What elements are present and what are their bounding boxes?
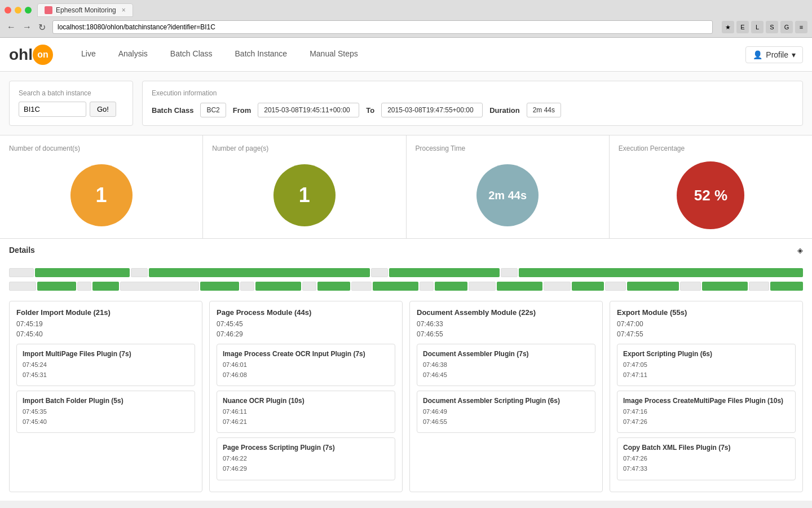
timeline-bar-white [9, 268, 34, 277]
profile-chevron: ▾ [792, 50, 796, 59]
timeline-bar-green [35, 268, 130, 277]
plugin-title-3-0: Export Scripting Plugin (6s) [623, 350, 789, 358]
plugin-title-2-0: Document Assembler Plugin (7s) [423, 350, 589, 358]
details-header: Details ◈ [9, 246, 803, 255]
module-time-0: 07:45:19 07:45:40 [16, 319, 195, 339]
plugin-time-3-2: 07:47:26 07:47:33 [623, 454, 789, 474]
logo: ohl on [9, 45, 53, 65]
timeline-bar-white [371, 268, 388, 277]
url-input[interactable] [52, 20, 713, 34]
details-title: Details [9, 246, 35, 255]
timeline-bar-green [200, 282, 239, 291]
browser-chrome: Ephesoft Monitoring × ← → ↻ ★ E L S G ≡ [0, 0, 812, 38]
module-title-0: Folder Import Module (21s) [16, 308, 195, 317]
plugin-title-1-2: Page Process Scripting Plugin (7s) [223, 444, 389, 452]
timeline-bar-white [120, 282, 199, 291]
module-card-2: Document Assembly Module (22s)07:46:33 0… [409, 301, 603, 492]
metric-pages-title: Number of page(s) [212, 144, 396, 152]
plugin-card-3-0: Export Scripting Plugin (6s)07:47:05 07:… [617, 344, 796, 386]
batch-class-label: Batch Class [152, 106, 193, 115]
metric-processing-circle: 2m 44s [476, 164, 539, 226]
minimize-dot[interactable] [15, 7, 21, 14]
from-value: 2015-03-08T19:45:11+00:00 [258, 103, 359, 117]
ext-button-3[interactable]: S [766, 21, 778, 33]
timeline-bar-green [317, 282, 350, 291]
search-label: Search a batch instance [19, 89, 123, 97]
logo-ohl: ohl [9, 46, 33, 64]
plugin-time-1-2: 07:46:22 07:46:29 [223, 454, 389, 474]
timeline-bar-green [497, 282, 542, 291]
plugin-title-0-0: Import MultiPage Files Plugin (7s) [23, 350, 189, 358]
metric-documents-circle-container: 1 [9, 161, 193, 229]
tab-icon [45, 6, 52, 14]
browser-tab[interactable]: Ephesoft Monitoring × [37, 3, 133, 17]
metric-exec-pct-circle-container: 52 % [619, 161, 803, 229]
menu-button[interactable]: ≡ [795, 21, 807, 33]
timeline-bar-green [770, 282, 803, 291]
details-icon[interactable]: ◈ [797, 246, 803, 255]
nav-batch-instance[interactable]: Batch Instance [224, 38, 299, 72]
timeline-bar-green [389, 268, 500, 277]
nav-live[interactable]: Live [70, 38, 107, 72]
browser-actions: ★ E L S G ≡ [722, 21, 807, 33]
plugin-time-3-0: 07:47:05 07:47:11 [623, 360, 789, 380]
close-dot[interactable] [5, 7, 11, 14]
module-title-1: Page Process Module (44s) [217, 308, 395, 317]
plugin-card-1-0: Image Process Create OCR Input Plugin (7… [217, 344, 395, 386]
duration-value: 2m 44s [527, 103, 561, 117]
maximize-dot[interactable] [25, 7, 32, 14]
timeline-bar-white [420, 282, 434, 291]
plugin-card-1-1: Nuance OCR Plugin (10s)07:46:11 07:46:21 [217, 391, 395, 433]
timeline-container [0, 267, 812, 292]
search-button[interactable]: Go! [90, 102, 116, 117]
plugin-time-2-0: 07:46:38 07:46:45 [423, 360, 589, 380]
nav-manual-steps[interactable]: Manual Steps [298, 38, 369, 72]
timeline-bar-white [351, 282, 372, 291]
nav-refresh-button[interactable]: ↻ [36, 21, 48, 34]
metric-pages-circle: 1 [273, 164, 336, 226]
plugin-title-1-1: Nuance OCR Plugin (10s) [223, 397, 389, 405]
nav-batch-class[interactable]: Batch Class [159, 38, 224, 72]
nav-back-button[interactable]: ← [5, 21, 18, 34]
timeline-row-1 [9, 267, 803, 278]
ext-button-2[interactable]: L [751, 21, 764, 33]
browser-nav: ← → ↻ [5, 21, 48, 34]
timeline-bar-green [519, 268, 803, 277]
logo-on: on [33, 45, 53, 65]
module-card-3: Export Module (55s)07:47:00 07:47:55Expo… [610, 301, 803, 492]
module-time-1: 07:45:45 07:46:29 [217, 319, 395, 339]
plugin-title-1-0: Image Process Create OCR Input Plugin (7… [223, 350, 389, 358]
nav-analysis[interactable]: Analysis [107, 38, 159, 72]
timeline-bar-green [572, 282, 604, 291]
plugin-card-2-1: Document Assembler Scripting Plugin (6s)… [417, 391, 595, 433]
nav-forward-button[interactable]: → [20, 21, 34, 34]
tab-close[interactable]: × [122, 6, 126, 14]
browser-dots [5, 7, 32, 14]
metrics: Number of document(s) 1 Number of page(s… [0, 135, 812, 239]
execution-info: Execution information Batch Class BC2 Fr… [142, 81, 803, 126]
metric-documents-circle: 1 [70, 164, 133, 226]
tab-title: Ephesoft Monitoring [56, 6, 116, 14]
module-card-0: Folder Import Module (21s)07:45:19 07:45… [9, 301, 202, 492]
plugin-title-0-1: Import Batch Folder Plugin (5s) [23, 397, 189, 405]
timeline-bar-white [240, 282, 254, 291]
module-title-2: Document Assembly Module (22s) [417, 308, 595, 317]
profile-icon: 👤 [753, 50, 762, 59]
timeline-bar-white [302, 282, 316, 291]
ext-button-4[interactable]: G [780, 21, 793, 33]
search-input[interactable] [19, 102, 86, 117]
metric-processing-title: Processing Time [416, 144, 600, 152]
ext-button-1[interactable]: E [736, 21, 749, 33]
plugin-title-2-1: Document Assembler Scripting Plugin (6s) [423, 397, 589, 405]
plugin-time-1-0: 07:46:01 07:46:08 [223, 360, 389, 380]
bookmark-button[interactable]: ★ [722, 21, 734, 33]
metric-documents: Number of document(s) 1 [0, 135, 203, 238]
module-title-3: Export Module (55s) [617, 308, 796, 317]
timeline-row-2 [9, 281, 803, 292]
timeline-bar-green [373, 282, 418, 291]
plugin-card-2-0: Document Assembler Plugin (7s)07:46:38 0… [417, 344, 595, 386]
profile-button[interactable]: 👤 Profile ▾ [745, 46, 803, 63]
metric-processing-circle-container: 2m 44s [416, 161, 600, 229]
timeline-bar-white [501, 268, 518, 277]
plugin-card-3-1: Image Process CreateMultiPage Files Plug… [617, 391, 796, 433]
